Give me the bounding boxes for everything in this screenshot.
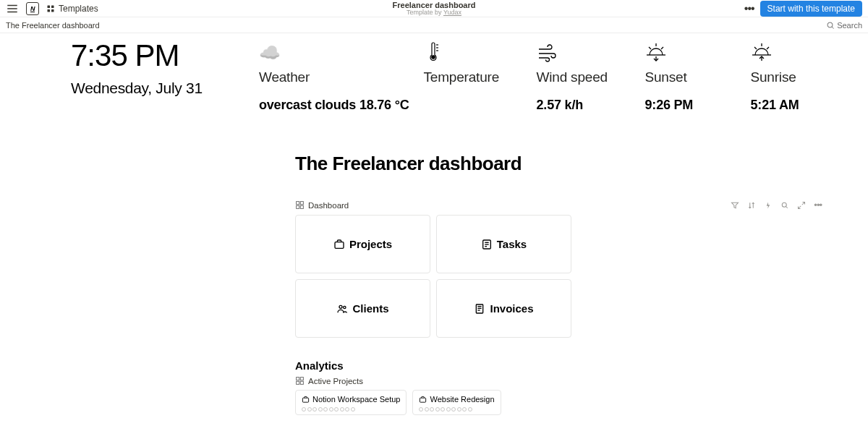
thermometer-icon (424, 41, 522, 65)
breadcrumb[interactable]: The Freelancer dashboard (6, 21, 100, 30)
svg-rect-41 (300, 378, 303, 380)
svg-point-7 (827, 22, 833, 27)
sunrise-icon (751, 41, 823, 65)
filter-icon[interactable] (731, 201, 739, 210)
project-card[interactable]: Notion Workspace Setup (295, 390, 407, 415)
svg-rect-24 (300, 202, 303, 205)
search-button[interactable]: Search (826, 21, 862, 30)
start-with-template-button[interactable]: Start with this template (760, 1, 862, 17)
svg-point-35 (344, 306, 346, 308)
svg-rect-43 (300, 381, 303, 384)
temperature-label: Temperature (424, 69, 522, 85)
view-more-icon[interactable]: ••• (814, 200, 822, 210)
svg-line-19 (754, 47, 757, 49)
current-date: Wednesday, July 31 (71, 80, 244, 97)
cloud-icon: ☁️ (259, 41, 409, 65)
search-view-icon[interactable] (780, 201, 789, 210)
sunset-value: 9:26 PM (645, 98, 736, 113)
notion-logo-icon[interactable]: N (26, 2, 39, 15)
templates-link[interactable]: Templates (46, 4, 98, 14)
page-subtitle: Template by Yudax (407, 9, 461, 17)
templates-label: Templates (59, 4, 98, 14)
svg-rect-26 (300, 205, 303, 208)
svg-line-15 (661, 47, 663, 49)
svg-rect-45 (420, 398, 426, 402)
wind-label: Wind speed (537, 69, 631, 85)
sunset-label: Sunset (645, 69, 736, 85)
svg-rect-25 (297, 205, 299, 208)
sunrise-value: 5:21 AM (751, 98, 823, 113)
sort-icon[interactable] (747, 201, 756, 210)
svg-rect-29 (335, 242, 344, 248)
wind-icon (537, 41, 631, 65)
weather-value: overcast clouds 18.76 °C (259, 98, 409, 113)
menu-icon[interactable] (6, 2, 19, 15)
sunset-icon (645, 41, 736, 65)
svg-rect-23 (297, 202, 299, 205)
current-time: 7:35 PM (71, 39, 244, 72)
svg-rect-42 (297, 381, 299, 384)
svg-line-14 (649, 47, 651, 49)
dashboard-view-tab[interactable]: Dashboard (295, 200, 349, 210)
analytics-heading: Analytics (295, 359, 825, 372)
svg-rect-5 (48, 9, 51, 12)
svg-rect-44 (302, 398, 308, 402)
svg-line-8 (832, 27, 833, 28)
search-label: Search (837, 21, 862, 30)
svg-line-28 (786, 206, 788, 208)
progress-dots (302, 407, 400, 412)
weather-label: Weather (259, 69, 409, 85)
automation-icon[interactable] (764, 201, 773, 210)
project-card[interactable]: Website Redesign (412, 390, 501, 415)
svg-point-27 (783, 203, 787, 207)
invoices-card[interactable]: Invoices (436, 279, 571, 338)
page-title: Freelancer dashboard (393, 1, 476, 9)
projects-card[interactable]: Projects (295, 215, 430, 273)
expand-icon[interactable] (797, 201, 806, 210)
svg-rect-3 (48, 5, 51, 8)
active-projects-view-tab[interactable]: Active Projects (295, 376, 363, 385)
more-icon[interactable]: ••• (744, 2, 754, 15)
author-link[interactable]: Yudax (443, 9, 461, 16)
svg-point-34 (339, 305, 342, 308)
clients-card[interactable]: Clients (295, 279, 430, 338)
wind-value: 2.57 k/h (537, 98, 631, 113)
tasks-card[interactable]: Tasks (436, 215, 571, 273)
main-heading: The Freelancer dashboard (295, 153, 825, 175)
svg-line-20 (767, 47, 769, 49)
svg-rect-40 (297, 378, 299, 380)
progress-dots (419, 407, 494, 412)
sunrise-label: Sunrise (751, 69, 823, 85)
svg-rect-4 (51, 5, 54, 8)
svg-rect-6 (51, 9, 54, 12)
svg-point-12 (431, 56, 434, 59)
